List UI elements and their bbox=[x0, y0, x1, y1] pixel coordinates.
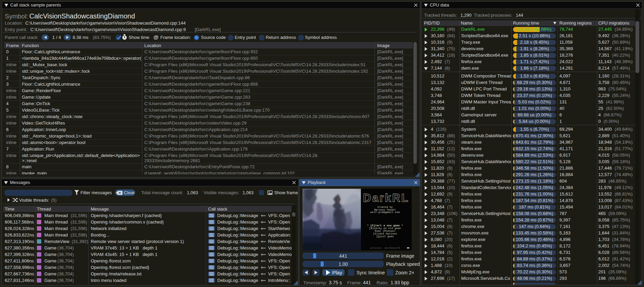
svg-text:DarkRL: DarkRL bbox=[363, 191, 409, 204]
svg-text:version: 15c455ee76: version: 15c455ee76 bbox=[370, 247, 400, 249]
svg-text:Created by: Created by bbox=[377, 206, 393, 209]
svg-text:[R]eplay an old game: [R]eplay an old game bbox=[369, 227, 401, 230]
svg-text:[V]ideo options: [V]ideo options bbox=[373, 232, 397, 235]
svg-text:wolf.pld@gmail.com: wolf.pld@gmail.com bbox=[370, 211, 400, 214]
svg-text:[Q]uit game: [Q]uit game bbox=[376, 235, 394, 238]
svg-text:* [S]tart a new game *: * [S]tart a new game * bbox=[367, 224, 403, 227]
svg-text:Game [M]anual: Game [M]anual bbox=[375, 230, 396, 232]
